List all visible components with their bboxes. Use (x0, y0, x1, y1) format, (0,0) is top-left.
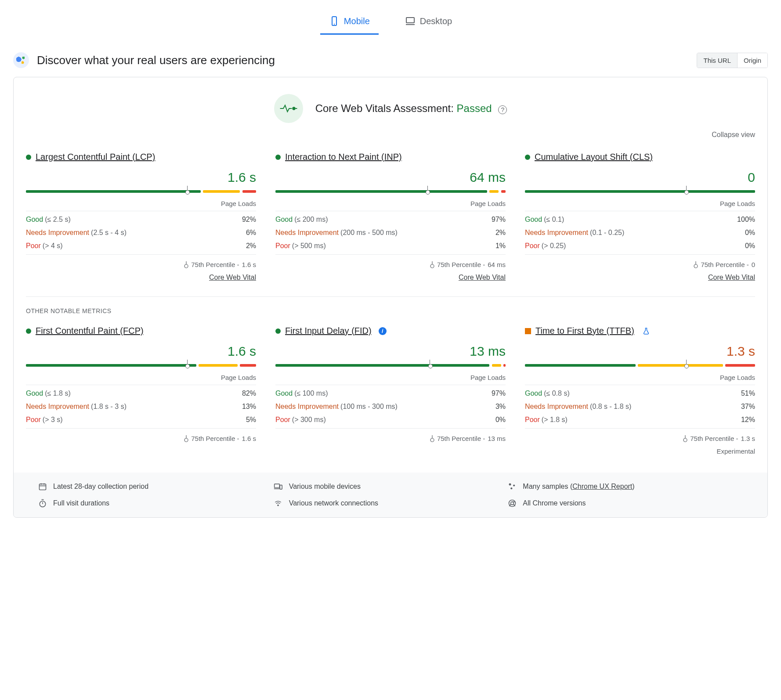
other-metrics-grid: First Contentful Paint (FCP) 1.6 s Page … (26, 326, 755, 455)
percentile-marker-icon (686, 360, 687, 364)
metric-lcp-name[interactable]: Largest Contentful Paint (LCP) (36, 152, 155, 162)
metric-lcp: Largest Contentful Paint (LCP) 1.6 s Pag… (26, 152, 256, 281)
footer-connections: Various network connections (273, 499, 508, 508)
url-origin-toggle: This URL Origin (697, 53, 768, 68)
crux-logo-icon (13, 52, 29, 68)
other-metrics-label: OTHER NOTABLE METRICS (26, 307, 755, 314)
metric-inp-value: 64 ms (275, 170, 506, 185)
metric-ttfb-value: 1.3 s (525, 344, 755, 359)
metric-fid-name[interactable]: First Input Delay (FID) (285, 326, 372, 336)
status-dot-icon (26, 155, 31, 160)
metric-ttfb: Time to First Byte (TTFB) 1.3 s Page Loa… (525, 326, 755, 455)
svg-point-9 (430, 264, 434, 268)
page-loads-label: Page Loads (26, 200, 256, 207)
status-dot-icon (26, 328, 31, 334)
assessment-banner: Core Web Vitals Assessment: Passed ? (26, 94, 755, 123)
metric-fid-value: 13 ms (275, 344, 506, 359)
svg-point-28 (40, 501, 45, 507)
footer-info: Latest 28-day collection period Various … (14, 473, 767, 517)
flask-icon[interactable] (642, 327, 650, 335)
svg-point-33 (511, 502, 514, 505)
percentile-marker-icon (187, 360, 188, 364)
info-icon[interactable]: i (379, 327, 387, 335)
svg-point-4 (293, 107, 295, 109)
mobile-icon (329, 16, 340, 26)
svg-point-11 (694, 264, 698, 268)
svg-point-13 (184, 438, 188, 442)
metric-ttfb-dist (525, 361, 755, 369)
metric-lcp-dist (26, 188, 256, 195)
metric-fcp: First Contentful Paint (FCP) 1.6 s Page … (26, 326, 256, 455)
svg-point-15 (430, 438, 434, 442)
status-dot-icon (275, 155, 281, 160)
status-dot-icon (525, 155, 530, 160)
footer-samples: Many samples (Chrome UX Report) (508, 482, 743, 491)
metric-fcp-value: 1.6 s (26, 344, 256, 359)
help-icon[interactable]: ? (498, 105, 507, 114)
cwv-link[interactable]: Core Web Vital (525, 274, 755, 281)
pin-icon (694, 261, 698, 268)
view-tabs: Mobile Desktop (13, 0, 768, 35)
collapse-view[interactable]: Collapse view (26, 129, 755, 152)
metric-inp-dist (275, 188, 506, 195)
assessment-text: Core Web Vitals Assessment: Passed ? (315, 102, 507, 115)
status-square-icon (525, 328, 531, 334)
svg-point-27 (511, 487, 513, 489)
svg-point-7 (184, 264, 188, 268)
footer-devices: Various mobile devices (273, 482, 508, 491)
metric-ttfb-name[interactable]: Time to First Byte (TTFB) (535, 326, 634, 336)
metric-inp: Interaction to Next Paint (INP) 64 ms Pa… (275, 152, 506, 281)
tab-mobile-label: Mobile (344, 16, 370, 26)
chrome-icon (508, 499, 517, 508)
experimental-label: Experimental (525, 447, 755, 455)
footer-versions: All Chrome versions (508, 499, 743, 508)
percentile-marker-icon (427, 186, 428, 190)
svg-rect-2 (406, 18, 414, 23)
pin-icon (683, 435, 687, 442)
wifi-icon (273, 499, 283, 507)
footer-period: Latest 28-day collection period (38, 482, 273, 491)
percentile-marker-icon (430, 360, 430, 364)
cwv-link[interactable]: Core Web Vital (275, 274, 506, 281)
scatter-icon (508, 482, 517, 491)
page-title: Discover what your real users are experi… (37, 54, 275, 67)
metric-fid-dist (275, 361, 506, 369)
field-data-panel: Core Web Vitals Assessment: Passed ? Col… (13, 77, 768, 518)
tab-desktop[interactable]: Desktop (396, 9, 461, 35)
pulse-circle (274, 94, 303, 123)
stopwatch-icon (38, 499, 47, 508)
svg-rect-22 (274, 484, 279, 487)
metric-fid: First Input Delay (FID) i 13 ms Page Loa… (275, 326, 506, 455)
chrome-ux-report-link[interactable]: Chrome UX Report (572, 483, 632, 490)
percentile-marker-icon (686, 186, 687, 190)
tab-mobile[interactable]: Mobile (320, 9, 379, 35)
assessment-result: Passed (457, 102, 492, 114)
metric-lcp-value: 1.6 s (26, 170, 256, 185)
svg-rect-24 (280, 485, 282, 489)
pin-icon (430, 261, 434, 268)
pin-icon (430, 435, 434, 442)
pulse-icon (280, 104, 297, 113)
metric-cls-value: 0 (525, 170, 755, 185)
percentile-marker-icon (187, 186, 188, 190)
svg-point-26 (513, 484, 515, 486)
metric-fcp-dist (26, 361, 256, 369)
svg-rect-18 (40, 484, 46, 490)
metric-inp-name[interactable]: Interaction to Next Paint (INP) (285, 152, 402, 162)
metric-cls: Cumulative Layout Shift (CLS) 0 Page Loa… (525, 152, 755, 281)
svg-point-25 (509, 484, 511, 486)
assessment-label: Core Web Vitals Assessment: (315, 102, 457, 114)
svg-point-31 (278, 505, 278, 505)
pill-this-url[interactable]: This URL (697, 53, 737, 68)
devices-icon (273, 482, 283, 491)
cwv-link[interactable]: Core Web Vital (26, 274, 256, 281)
core-metrics-grid: Largest Contentful Paint (LCP) 1.6 s Pag… (26, 152, 755, 281)
desktop-icon (405, 16, 416, 26)
status-dot-icon (275, 328, 281, 334)
metric-cls-name[interactable]: Cumulative Layout Shift (CLS) (535, 152, 653, 162)
pin-icon (184, 261, 188, 268)
footer-durations: Full visit durations (38, 499, 273, 508)
pill-origin[interactable]: Origin (737, 53, 767, 68)
metric-fcp-name[interactable]: First Contentful Paint (FCP) (36, 326, 144, 336)
pin-icon (184, 435, 188, 442)
